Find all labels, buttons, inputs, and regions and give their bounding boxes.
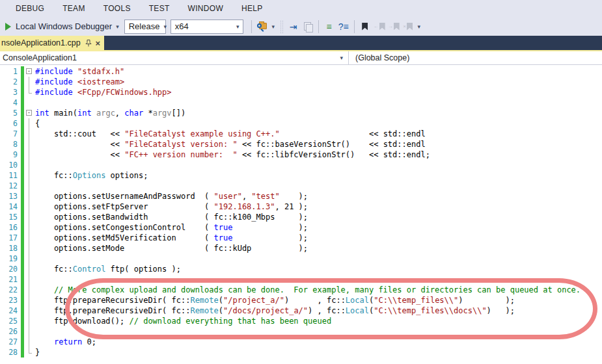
line-number: 25 xyxy=(0,316,20,326)
collapse-region-icon[interactable]: - xyxy=(26,68,32,74)
code-line[interactable]: 19 xyxy=(0,254,602,264)
fold-margin xyxy=(24,77,35,87)
code-text: ftp.prepareRecursiveDir( fc::Remote("/do… xyxy=(35,306,515,316)
line-number: 19 xyxy=(0,254,20,264)
toolbar-separator xyxy=(251,20,252,33)
platform-dropdown-icon[interactable]: ▾ xyxy=(233,23,243,30)
document-tab-well: nsoleApplication1.cpp × xyxy=(0,36,602,51)
code-line[interactable]: 9 << "FC++ version number: " << fc::libf… xyxy=(0,150,602,160)
code-text: fc::Options options; xyxy=(35,170,148,181)
fold-margin[interactable]: - xyxy=(24,66,35,77)
code-line[interactable]: 26 xyxy=(0,326,602,337)
fold-margin xyxy=(24,170,35,181)
project-scope-dropdown[interactable]: ConsoleApplication1 ▾ xyxy=(0,51,349,64)
code-line[interactable]: 8 << "FileCatalyst version: " << fc::bas… xyxy=(0,139,602,150)
code-line[interactable]: 13 options.setUsernameAndPassword ( "use… xyxy=(0,191,602,202)
uncomment-selection-icon[interactable]: ?≡ xyxy=(336,20,351,34)
code-line[interactable]: 28} xyxy=(0,347,602,358)
code-line[interactable]: 7 std::cout << "FileCatalyst example usi… xyxy=(0,129,602,139)
copy-icon[interactable] xyxy=(301,20,315,34)
fold-margin xyxy=(24,222,35,233)
fold-margin xyxy=(24,295,35,306)
menu-item-team[interactable]: TEAM xyxy=(53,1,94,16)
navigate-to-icon[interactable]: ⇥ xyxy=(286,20,301,34)
line-number: 12 xyxy=(0,181,20,191)
fold-margin xyxy=(24,98,35,108)
global-scope-dropdown[interactable]: (Global Scope) xyxy=(349,51,602,64)
code-line[interactable]: 11 fc::Options options; xyxy=(0,170,602,181)
fold-margin xyxy=(24,233,35,243)
fold-margin[interactable]: - xyxy=(24,108,35,118)
line-number: 20 xyxy=(0,264,20,274)
start-debug-play-icon[interactable] xyxy=(5,23,11,31)
menu-item-test[interactable]: TEST xyxy=(140,1,179,16)
code-text: } xyxy=(35,347,40,358)
code-line[interactable]: 4 xyxy=(0,98,602,108)
configuration-dropdown-icon[interactable]: ▾ xyxy=(163,23,167,30)
code-line[interactable]: 17 options.setMd5Verification ( true ); xyxy=(0,233,602,243)
fold-margin xyxy=(24,129,35,139)
code-line[interactable]: 24 ftp.prepareRecursiveDir( fc::Remote("… xyxy=(0,306,602,316)
code-line[interactable]: 15 options.setBandwidth ( fc::k100_Mbps … xyxy=(0,212,602,222)
tab-title: nsoleApplication1.cpp xyxy=(1,38,81,47)
code-line[interactable]: 23 ftp.prepareRecursiveDir( fc::Remote("… xyxy=(0,295,602,306)
tab-consoleapplication1-cpp[interactable]: nsoleApplication1.cpp × xyxy=(0,36,104,50)
code-text: fc::Control ftp( options ); xyxy=(35,264,181,274)
standard-toolbar: Local Windows Debugger ▾ Release ▾ x64 ▾… xyxy=(0,17,602,36)
toggle-bookmark-icon[interactable] xyxy=(358,20,372,34)
code-line[interactable]: 21 xyxy=(0,274,602,285)
pin-tab-icon[interactable] xyxy=(85,40,92,47)
debug-target-button[interactable]: Local Windows Debugger xyxy=(16,21,112,31)
menu-item-help[interactable]: HELP xyxy=(232,1,272,16)
fold-margin xyxy=(24,212,35,222)
code-line[interactable]: 6{ xyxy=(0,118,602,129)
fold-margin xyxy=(24,87,35,98)
find-in-files-icon[interactable] xyxy=(255,20,269,34)
code-line[interactable]: 10 xyxy=(0,160,602,170)
code-text: #include "stdafx.h" xyxy=(35,66,124,77)
code-line[interactable]: 1-#include "stdafx.h" xyxy=(0,66,602,77)
previous-bookmark-icon[interactable]: ← xyxy=(372,20,387,34)
line-number: 23 xyxy=(0,295,20,306)
code-line[interactable]: 5-int main(int argc, char *argv[]) xyxy=(0,108,602,118)
code-text: << "FC++ version number: " << fc::libfcV… xyxy=(35,150,430,160)
line-number: 1 xyxy=(0,66,20,77)
comment-selection-icon[interactable]: ≡ xyxy=(322,20,336,34)
code-line[interactable]: 18 options.setMode ( fc::kUdp ); xyxy=(0,243,602,254)
line-number: 7 xyxy=(0,129,20,139)
fold-margin xyxy=(24,181,35,191)
line-number: 14 xyxy=(0,202,20,212)
close-tab-icon[interactable]: × xyxy=(95,39,100,47)
fold-margin xyxy=(24,150,35,160)
code-line[interactable]: 20 fc::Control ftp( options ); xyxy=(0,264,602,274)
code-line[interactable]: 14 options.setFtpServer ( "192.168.1.3",… xyxy=(0,202,602,212)
code-line[interactable]: 2#include <iostream> xyxy=(0,77,602,87)
code-area[interactable]: 1-#include "stdafx.h"2#include <iostream… xyxy=(0,66,602,358)
code-line[interactable]: 16 options.setCongestionControl ( true )… xyxy=(0,222,602,233)
fold-margin xyxy=(24,243,35,254)
fold-margin xyxy=(24,118,35,129)
menu-item-window[interactable]: WINDOW xyxy=(179,1,232,16)
solution-platform-select[interactable]: x64 ▾ xyxy=(171,20,243,34)
code-line[interactable]: 12 xyxy=(0,181,602,191)
code-line[interactable]: 25 ftp.download(); // download everythin… xyxy=(0,316,602,326)
line-number: 13 xyxy=(0,191,20,202)
solution-configuration-select[interactable]: Release ▾ xyxy=(124,20,166,34)
code-line[interactable]: 3#include <FCpp/FCWindows.hpp> xyxy=(0,87,602,98)
project-scope-dropdown-icon[interactable]: ▾ xyxy=(340,55,348,61)
menu-item-debug[interactable]: DEBUG xyxy=(7,1,53,16)
code-editor[interactable]: 1-#include "stdafx.h"2#include <iostream… xyxy=(0,65,602,364)
debug-target-dropdown-icon[interactable]: ▾ xyxy=(116,23,119,30)
next-bookmark-icon[interactable]: → xyxy=(387,20,401,34)
clear-bookmarks-icon[interactable]: × xyxy=(401,20,415,34)
code-text: options.setFtpServer ( "192.168.1.3", 21… xyxy=(35,202,308,212)
fold-margin xyxy=(24,285,35,295)
code-line[interactable]: 27 return 0; xyxy=(0,337,602,347)
code-text: { xyxy=(35,118,40,129)
code-line[interactable]: 22 // More complex upload and downloads … xyxy=(0,285,602,295)
code-text: #include <FCpp/FCWindows.hpp> xyxy=(35,87,172,98)
menu-item-tools[interactable]: TOOLS xyxy=(94,1,140,16)
find-options-dropdown-icon[interactable]: ▾ xyxy=(269,20,277,34)
collapse-region-icon[interactable]: - xyxy=(26,110,32,116)
toolbar-overflow-icon[interactable]: ▾ xyxy=(415,20,423,34)
